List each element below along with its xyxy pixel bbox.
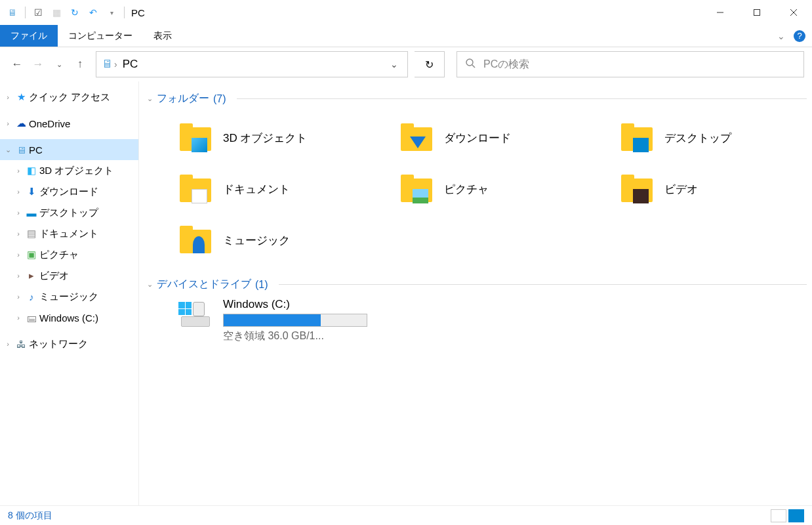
maximize-button[interactable] [739,0,775,25]
expander-icon[interactable]: › [13,272,24,280]
folder-downloads[interactable]: ダウンロード [365,112,586,163]
folder-3d-objects[interactable]: 3D オブジェクト [144,112,365,163]
tree-label: デスクトップ [39,207,98,219]
forward-button[interactable]: → [29,55,47,74]
chevron-down-icon: ⌄ [147,280,153,289]
tree-onedrive[interactable]: › ☁ OneDrive [0,113,138,134]
folder-music[interactable]: ミュージック [144,215,365,266]
undo-icon[interactable]: ↶ [85,4,102,21]
tree-cdrive[interactable]: › 🖴 Windows (C:) [0,307,138,328]
drive-c-icon [177,298,214,335]
expander-icon[interactable]: › [13,167,24,175]
expander-icon[interactable]: ⌄ [3,146,13,154]
tree-network[interactable]: › 🖧 ネットワーク [0,333,138,354]
divider [124,7,125,18]
tree-label: ダウンロード [39,186,98,198]
tree-quick-access[interactable]: › ★ クイック アクセス [0,87,138,108]
history-dropdown[interactable]: ⌄ [50,55,68,74]
ribbon-expand[interactable]: ⌄ [775,25,794,47]
tree-pictures[interactable]: › ▣ ピクチャ [0,244,138,265]
help-button[interactable]: ? [794,25,812,47]
breadcrumb-separator-icon: › [113,59,119,70]
divider [25,7,26,18]
svg-rect-1 [754,10,760,16]
group-count: (7) [213,93,226,105]
drive-c[interactable]: Windows (C:) 空き領域 36.0 GB/1... [144,298,367,343]
view-tiles-button[interactable] [788,509,804,522]
expander-icon[interactable]: › [3,93,13,101]
download-icon: ⬇ [25,185,38,198]
tree-3d-objects[interactable]: › ◧ 3D オブジェクト [0,160,138,181]
search-box[interactable]: PCの検索 [457,51,804,77]
group-header-folders[interactable]: ⌄ フォルダー (7) [147,92,807,106]
expander-icon[interactable]: › [3,119,13,127]
group-header-drives[interactable]: ⌄ デバイスとドライブ (1) [147,278,807,291]
drive-icon: 🖴 [25,311,38,324]
tree-pc[interactable]: ⌄ 🖥 PC [0,139,138,160]
chevron-down-icon: ⌄ [777,31,785,41]
folder-label: ダウンロード [444,131,511,146]
tree-documents[interactable]: › ▤ ドキュメント [0,223,138,244]
tree-label: ビデオ [39,270,69,282]
tree-label: クイック アクセス [29,91,110,104]
folder-label: デスクトップ [664,131,731,146]
tree-label: ピクチャ [39,249,79,261]
back-button[interactable]: ← [8,55,26,74]
address-dropdown-icon[interactable]: ⌄ [386,59,402,70]
drive-name: Windows (C:) [223,298,367,311]
expander-icon[interactable]: › [3,340,13,348]
tab-view[interactable]: 表示 [143,25,182,47]
refresh-button[interactable]: ↻ [415,51,445,77]
qat-dropdown-icon[interactable]: ▾ [103,4,120,21]
content-pane: ⌄ フォルダー (7) 3D オブジェクト ダウンロード デスクトップ [139,81,812,505]
tree-videos[interactable]: › ▸ ビデオ [0,265,138,286]
refresh-icon: ↻ [425,58,434,71]
folder-downloads-icon [398,119,435,156]
maximize-icon [753,9,761,16]
status-item-count: 8 個の項目 [8,510,52,522]
folder-3d-icon [177,119,214,156]
expander-icon[interactable]: › [13,314,24,322]
help-icon: ? [794,30,805,42]
folder-label: ビデオ [664,182,698,197]
svg-line-5 [472,65,475,68]
close-button[interactable] [775,0,812,25]
navigation-tree: › ★ クイック アクセス › ☁ OneDrive ⌄ 🖥 PC › ◧ 3D… [0,81,139,505]
folder-desktop[interactable]: デスクトップ [586,112,807,163]
ribbon-tabs: ファイル コンピューター 表示 ⌄ ? [0,25,812,47]
qat-properties-icon[interactable]: ☑ [30,4,47,21]
folder-pictures-icon [398,171,435,207]
folder-videos[interactable]: ビデオ [586,163,807,215]
tree-label: PC [29,144,43,156]
expander-icon[interactable]: › [13,251,24,259]
expander-icon[interactable]: › [13,209,24,217]
minimize-icon [716,9,724,16]
view-details-button[interactable] [771,509,786,522]
drive-usage-bar [223,314,367,327]
tab-file[interactable]: ファイル [0,25,58,47]
title-bar: 🖥 ☑ ▦ ↻ ↶ ▾ PC [0,0,812,25]
tree-downloads[interactable]: › ⬇ ダウンロード [0,181,138,202]
address-bar[interactable]: 🖥 › PC ⌄ [96,51,408,77]
expander-icon[interactable]: › [13,293,24,301]
pc-icon: 🖥 [14,143,28,156]
music-icon: ♪ [25,290,38,303]
expander-icon[interactable]: › [13,230,24,238]
tab-computer[interactable]: コンピューター [58,25,143,47]
breadcrumb-pc[interactable]: PC [119,58,142,71]
tree-desktop[interactable]: › ▬ デスクトップ [0,202,138,223]
up-button[interactable]: ↑ [71,55,89,74]
folder-documents-icon [177,171,214,207]
network-icon: 🖧 [14,337,28,350]
tree-label: ドキュメント [39,228,98,240]
folder-videos-icon [619,171,655,207]
minimize-button[interactable] [702,0,739,25]
folder-documents[interactable]: ドキュメント [144,163,365,215]
tree-music[interactable]: › ♪ ミュージック [0,286,138,307]
expander-icon[interactable]: › [13,188,24,196]
redo-icon[interactable]: ↻ [66,4,83,21]
divider [237,98,807,99]
search-icon [465,58,476,71]
chevron-down-icon: ⌄ [147,94,153,103]
folder-pictures[interactable]: ピクチャ [365,163,586,215]
